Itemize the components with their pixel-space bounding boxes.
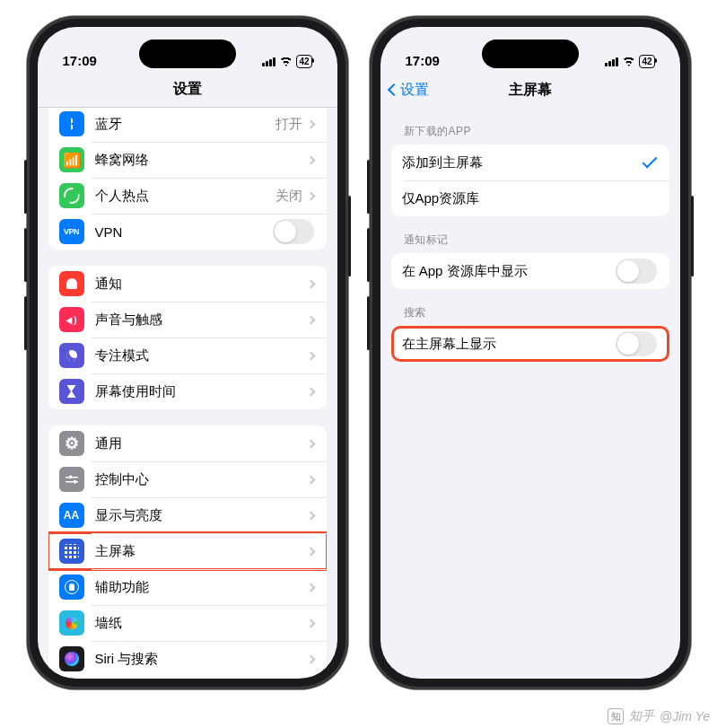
row-label: 通知 [95, 276, 308, 293]
search-toggle[interactable] [616, 331, 657, 356]
row-siri[interactable]: Siri 与搜索 [48, 641, 327, 677]
brightness-icon: AA [59, 503, 84, 528]
nav-title: 主屏幕 [509, 81, 552, 100]
nav-back-label: 设置 [400, 81, 429, 100]
row-label: 通用 [95, 435, 308, 452]
watermark: 知 知乎 @Jim Ye [608, 708, 710, 724]
row-label: 在 App 资源库中显示 [402, 263, 616, 280]
zhihu-logo-icon: 知 [608, 708, 624, 724]
row-label: 墙纸 [95, 615, 308, 632]
dynamic-island [482, 39, 579, 68]
row-value: 打开 [275, 116, 302, 133]
hotspot-icon [59, 183, 84, 208]
sound-icon [59, 307, 84, 332]
screen-right: 17:09 42 设置 主屏幕 新下载的APP [380, 27, 680, 679]
gear-icon: ⚙ [59, 431, 84, 456]
row-label: 仅App资源库 [402, 190, 657, 207]
row-label: VPN [95, 224, 273, 240]
chevron-right-icon [306, 315, 315, 324]
wifi-icon [622, 57, 635, 66]
controls-icon [59, 467, 84, 492]
bell-icon [59, 271, 84, 296]
row-label: 在主屏幕上显示 [402, 336, 616, 353]
chevron-right-icon [306, 654, 315, 663]
row-label: Siri 与搜索 [95, 651, 308, 668]
vpn-icon: VPN [59, 219, 84, 244]
status-time: 17:09 [63, 53, 97, 68]
row-label: 屏幕使用时间 [95, 383, 308, 400]
watermark-author: @Jim Ye [660, 709, 710, 724]
section-header: 搜索 [391, 305, 669, 326]
chevron-right-icon [306, 387, 315, 396]
phone-frame-right: 17:09 42 设置 主屏幕 新下载的APP [370, 16, 691, 689]
row-controlcenter[interactable]: 控制中心 [48, 461, 327, 497]
row-label: 蓝牙 [95, 116, 275, 133]
row-show-on-home[interactable]: 在主屏幕上显示 [391, 326, 669, 362]
homegrid-icon [59, 539, 84, 564]
row-focus[interactable]: 专注模式 [48, 338, 327, 373]
battery-icon: 42 [296, 55, 311, 68]
row-notifications[interactable]: 通知 [48, 266, 327, 302]
row-accessibility[interactable]: 辅助功能 [48, 569, 327, 605]
row-app-library-only[interactable]: 仅App资源库 [391, 180, 669, 216]
row-add-to-home[interactable]: 添加到主屏幕 [391, 145, 669, 180]
row-label: 蜂窝网络 [95, 152, 308, 169]
row-label: 显示与亮度 [95, 507, 308, 524]
screen-left: 17:09 42 设置 蓝牙 打开 [38, 27, 337, 679]
moon-icon [59, 343, 84, 368]
wallpaper-icon [59, 610, 84, 636]
row-vpn[interactable]: VPN VPN [48, 214, 327, 250]
row-display[interactable]: AA 显示与亮度 [48, 497, 327, 533]
accessibility-icon [59, 575, 84, 600]
cellular-icon: 📶 [59, 147, 84, 172]
cellular-signal-icon [605, 57, 618, 66]
row-general[interactable]: ⚙ 通用 [48, 425, 327, 461]
row-hotspot[interactable]: 个人热点 关闭 [48, 178, 327, 214]
cellular-signal-icon [262, 57, 275, 66]
chevron-right-icon [306, 191, 315, 200]
row-label: 控制中心 [95, 471, 308, 488]
chevron-right-icon [306, 511, 315, 520]
chevron-right-icon [306, 351, 315, 360]
row-label: 添加到主屏幕 [402, 154, 643, 171]
nav-bar: 设置 [38, 72, 337, 108]
chevron-right-icon [306, 439, 315, 448]
chevron-right-icon [306, 155, 315, 164]
row-label: 辅助功能 [95, 579, 308, 596]
row-label: 主屏幕 [95, 543, 308, 560]
row-show-in-app-library[interactable]: 在 App 资源库中显示 [391, 253, 669, 289]
section-header: 新下载的APP [391, 124, 669, 145]
chevron-right-icon [306, 279, 315, 288]
dynamic-island [139, 39, 236, 68]
nav-bar: 设置 主屏幕 [380, 72, 680, 108]
badges-toggle[interactable] [616, 259, 657, 284]
row-cellular[interactable]: 📶 蜂窝网络 [48, 142, 327, 178]
vpn-toggle[interactable] [273, 219, 314, 244]
row-label: 专注模式 [95, 347, 308, 364]
chevron-right-icon [306, 583, 315, 592]
row-value: 关闭 [275, 188, 302, 205]
row-label: 个人热点 [95, 188, 275, 205]
hourglass-icon [59, 379, 84, 404]
bluetooth-icon [59, 111, 84, 136]
status-time: 17:09 [406, 53, 440, 68]
wifi-icon [279, 57, 293, 66]
nav-title: 设置 [173, 80, 202, 99]
phone-frame-left: 17:09 42 设置 蓝牙 打开 [27, 16, 348, 689]
row-label: 声音与触感 [95, 311, 308, 329]
chevron-right-icon [306, 475, 315, 484]
row-homescreen[interactable]: 主屏幕 [48, 533, 327, 569]
checkmark-icon [642, 153, 657, 169]
chevron-right-icon [306, 119, 315, 128]
section-header: 通知标记 [391, 232, 669, 253]
watermark-site: 知乎 [629, 708, 654, 724]
row-bluetooth[interactable]: 蓝牙 打开 [48, 106, 327, 142]
chevron-right-icon [306, 547, 315, 556]
siri-icon [59, 646, 84, 671]
battery-icon: 42 [639, 55, 654, 68]
chevron-left-icon [387, 83, 399, 96]
row-sound[interactable]: 声音与触感 [48, 302, 327, 338]
row-screentime[interactable]: 屏幕使用时间 [48, 373, 327, 409]
nav-back-button[interactable]: 设置 [389, 81, 429, 100]
row-wallpaper[interactable]: 墙纸 [48, 605, 327, 641]
